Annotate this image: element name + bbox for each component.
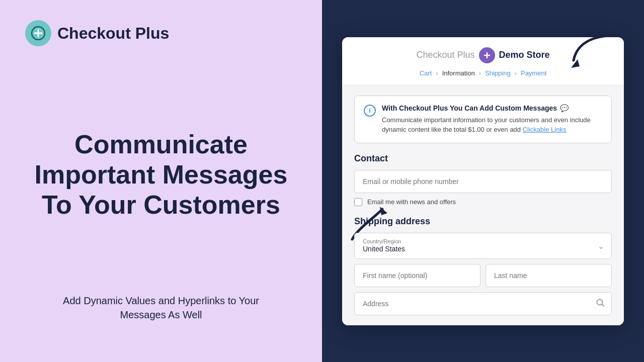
address-search-icon[interactable] (596, 298, 605, 309)
info-title-text: With Checkout Plus You Can Add Custom Me… (382, 104, 557, 112)
breadcrumb-information[interactable]: Information (442, 69, 475, 77)
info-body-text: Communicate important information to you… (382, 115, 602, 135)
chevron-down-icon: ⌄ (598, 241, 604, 250)
country-select[interactable]: Country/Region United States ⌄ (354, 233, 612, 259)
first-name-input[interactable] (354, 264, 480, 287)
store-name-part1: Checkout Plus (416, 50, 474, 60)
logo-area: Checkout Plus (25, 20, 297, 46)
checkout-header: Checkout Plus Demo Store Cart › Informat… (342, 37, 624, 85)
breadcrumb-row: Cart › Information › Shipping › Payment (357, 69, 609, 77)
store-name-row: Checkout Plus Demo Store (357, 47, 609, 63)
checkout-card: Checkout Plus Demo Store Cart › Informat… (342, 37, 624, 325)
svg-point-8 (597, 299, 603, 305)
last-name-input[interactable] (486, 264, 612, 287)
info-title: With Checkout Plus You Can Add Custom Me… (382, 104, 602, 112)
breadcrumb-sep-1: › (436, 69, 438, 77)
main-heading: Communicate Important Messages To Your C… (25, 76, 297, 274)
shipping-section: Shipping address Country/Region United S… (354, 216, 612, 315)
info-banner: i With Checkout Plus You Can Add Custom … (354, 96, 612, 143)
country-value: United States (363, 245, 405, 253)
country-label: Country/Region (363, 238, 603, 244)
breadcrumb-sep-3: › (515, 69, 517, 77)
heading-line-2: Important Messages (35, 160, 288, 190)
store-name-part2: Demo Store (499, 50, 550, 60)
email-checkbox-label: Email me with news and offers (367, 198, 456, 206)
left-panel: Checkout Plus Communicate Important Mess… (0, 0, 322, 362)
heading-line-3: To Your Customers (35, 190, 288, 220)
store-plus-icon (479, 47, 495, 63)
shipping-section-title: Shipping address (354, 216, 612, 227)
logo-text: Checkout Plus (57, 24, 169, 43)
sub-heading: Add Dynamic Values and Hyperlinks to You… (25, 294, 297, 322)
clickable-links-link[interactable]: Clickable Links (523, 126, 567, 133)
heading-line-1: Communicate (35, 130, 288, 160)
sub-heading-text: Add Dynamic Values and Hyperlinks to You… (63, 295, 259, 320)
info-emoji: 💬 (560, 104, 569, 112)
breadcrumb-sep-2: › (479, 69, 481, 77)
info-content: With Checkout Plus You Can Add Custom Me… (382, 104, 602, 135)
contact-section-title: Contact (354, 153, 612, 164)
plus-circle-icon (25, 20, 51, 46)
email-checkbox-row: Email me with news and offers (354, 198, 612, 206)
svg-line-9 (602, 304, 604, 306)
right-panel: Checkout Plus Demo Store Cart › Informat… (322, 0, 644, 362)
checkout-body: i With Checkout Plus You Can Add Custom … (342, 85, 624, 325)
address-input[interactable] (354, 292, 612, 315)
breadcrumb-shipping[interactable]: Shipping (485, 69, 511, 77)
info-circle-icon: i (364, 105, 376, 117)
email-input[interactable] (354, 170, 612, 193)
address-row (354, 292, 612, 315)
breadcrumb-payment[interactable]: Payment (521, 69, 546, 77)
name-row (354, 264, 612, 287)
email-checkbox[interactable] (354, 198, 362, 206)
breadcrumb-cart[interactable]: Cart (420, 69, 432, 77)
